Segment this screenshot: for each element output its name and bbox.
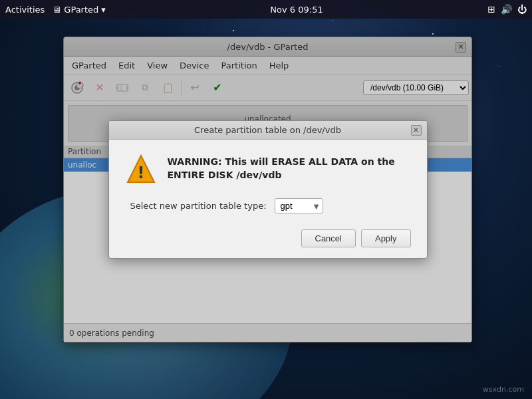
dialog-titlebar: Create partition table on /dev/vdb ✕ — [109, 121, 427, 140]
dialog-close-button[interactable]: ✕ — [411, 125, 422, 136]
topbar-datetime: Nov 6 09:51 — [270, 5, 323, 15]
power-icon: ⏻ — [517, 4, 527, 15]
topbar: Activities 🖥 GParted ▾ Nov 6 09:51 ⊞ 🔊 ⏻ — [0, 0, 532, 19]
create-partition-dialog: Create partition table on /dev/vdb ✕ ! W… — [108, 120, 428, 259]
dialog-overlay: Create partition table on /dev/vdb ✕ ! W… — [63, 37, 472, 342]
option-label: Select new partition table type: — [130, 201, 267, 211]
volume-icon: 🔊 — [501, 4, 512, 15]
dialog-warning-row: ! WARNING: This will ERASE ALL DATA on t… — [125, 153, 411, 185]
activities-button[interactable]: Activities — [5, 5, 45, 15]
partition-type-select-wrapper: msdos gpt aix amiga bsd dvh loop mac pc9… — [275, 198, 323, 213]
watermark: wsxdn.com — [483, 385, 524, 394]
warning-icon: ! — [125, 153, 157, 185]
network-icon: ⊞ — [487, 4, 495, 15]
topbar-app-label: GParted — [64, 5, 98, 15]
topbar-app-icon: 🖥 — [53, 5, 61, 15]
dialog-option-row: Select new partition table type: msdos g… — [125, 198, 411, 213]
svg-text:!: ! — [137, 164, 144, 182]
warning-message: WARNING: This will ERASE ALL DATA on the… — [168, 156, 411, 182]
dialog-title: Create partition table on /dev/vdb — [125, 125, 411, 135]
dialog-body: ! WARNING: This will ERASE ALL DATA on t… — [109, 140, 427, 258]
partition-type-select[interactable]: msdos gpt aix amiga bsd dvh loop mac pc9… — [275, 198, 323, 213]
dialog-buttons: Cancel Apply — [125, 227, 411, 247]
topbar-appname: 🖥 GParted ▾ — [53, 5, 106, 15]
apply-button[interactable]: Apply — [361, 229, 411, 247]
cancel-button[interactable]: Cancel — [301, 229, 356, 247]
